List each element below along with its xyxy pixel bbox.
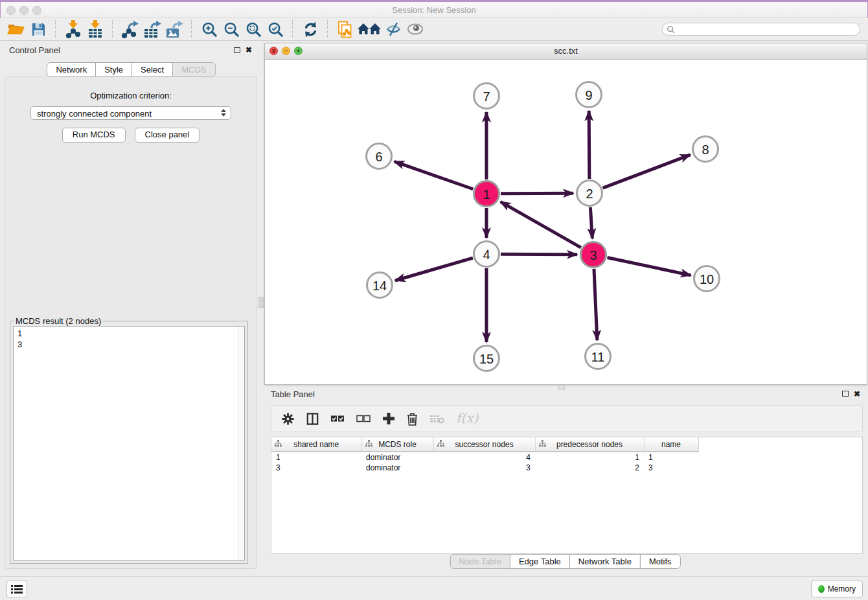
- column-header-shared-name[interactable]: shared name: [271, 437, 361, 452]
- memory-button[interactable]: Memory: [811, 581, 863, 597]
- tab-style[interactable]: Style: [95, 62, 132, 77]
- node-table-body: 1dominator4113dominator323: [271, 452, 698, 473]
- application-window: Session: New Session: [0, 0, 868, 600]
- table-row[interactable]: 1dominator411: [271, 452, 698, 463]
- import-table-icon: [87, 20, 104, 38]
- shared-column-icon: [275, 440, 282, 449]
- table-panel-header: Table Panel ✖: [262, 389, 868, 405]
- zoom-fit-button[interactable]: [242, 19, 264, 40]
- tab-network-table[interactable]: Network Table: [569, 554, 641, 569]
- open-session-button[interactable]: [5, 19, 27, 40]
- float-panel-icon[interactable]: [234, 47, 240, 53]
- toolbar-separator: [191, 20, 192, 38]
- column-header-name[interactable]: name: [644, 437, 698, 452]
- table-row[interactable]: 3dominator323: [271, 463, 698, 473]
- node-label-15: 15: [479, 352, 494, 366]
- edge-1-2[interactable]: [501, 193, 573, 194]
- select-all-button[interactable]: [330, 413, 345, 424]
- refresh-icon: [303, 21, 319, 38]
- refresh-layout-button[interactable]: [299, 19, 321, 40]
- add-row-button[interactable]: [382, 412, 395, 425]
- show-hidden-button[interactable]: [404, 19, 426, 40]
- vertical-splitter-handle[interactable]: [258, 303, 264, 308]
- column-header-predecessor-nodes[interactable]: predecessor nodes: [535, 437, 644, 452]
- edge-1-6[interactable]: [394, 161, 474, 189]
- export-table-icon: [143, 21, 161, 38]
- table-cell[interactable]: 3: [271, 463, 361, 473]
- zoom-in-button[interactable]: [198, 19, 220, 40]
- mcds-panel: Optimization criterion: strongly connect…: [5, 76, 257, 569]
- task-history-button[interactable]: [6, 581, 27, 597]
- float-table-panel-icon[interactable]: [842, 391, 849, 397]
- result-scrollbar[interactable]: [238, 327, 244, 560]
- node-label-11: 11: [591, 350, 605, 364]
- export-image-button[interactable]: [163, 19, 185, 40]
- export-network-button[interactable]: [119, 19, 141, 40]
- zoom-out-button[interactable]: [220, 19, 242, 40]
- control-panel: Control Panel ✖ Network Style Select MCD…: [0, 42, 262, 570]
- edge-3-1[interactable]: [501, 202, 581, 248]
- clone-network-button[interactable]: [334, 19, 356, 40]
- save-session-button[interactable]: [27, 19, 49, 40]
- optimization-criterion-label: Optimization criterion:: [5, 91, 257, 100]
- table-cell[interactable]: 1: [271, 452, 361, 463]
- delete-row-button[interactable]: [406, 412, 418, 426]
- import-network-button[interactable]: [62, 19, 84, 40]
- main-toolbar: [0, 18, 868, 41]
- mcds-result-text: 1 3: [17, 328, 22, 350]
- column-header-successor-nodes[interactable]: successor nodes: [433, 437, 535, 452]
- tab-select[interactable]: Select: [131, 62, 173, 77]
- edge-3-10[interactable]: [608, 258, 691, 275]
- search-input[interactable]: [678, 24, 856, 34]
- network-window-title: scc.txt: [265, 46, 867, 56]
- close-table-panel-icon[interactable]: ✖: [854, 389, 860, 398]
- search-field[interactable]: [662, 23, 860, 36]
- vertical-splitter-handle[interactable]: [258, 297, 264, 302]
- deselect-all-button[interactable]: [356, 413, 371, 424]
- table-cell[interactable]: 3: [433, 463, 535, 473]
- table-panel: Table Panel ✖: [262, 389, 868, 577]
- column-header-mcds-role[interactable]: MCDS role: [361, 437, 433, 452]
- criterion-select[interactable]: strongly connected component: [30, 106, 231, 120]
- criterion-value: strongly connected component: [37, 109, 152, 119]
- home-button[interactable]: [356, 19, 382, 40]
- function-builder-button-disabled: f(x): [456, 410, 478, 426]
- zoom-out-icon: [223, 21, 240, 38]
- table-cell[interactable]: 1: [535, 452, 644, 463]
- table-cell[interactable]: dominator: [361, 463, 433, 473]
- mcds-result-box: MCDS result (2 nodes) 1 3: [10, 321, 248, 564]
- import-table-button[interactable]: [84, 19, 106, 40]
- edge-4-14[interactable]: [395, 258, 473, 281]
- tab-motifs[interactable]: Motifs: [640, 554, 681, 569]
- table-cell[interactable]: 4: [433, 452, 535, 463]
- hide-selected-button[interactable]: [382, 19, 404, 40]
- node-label-8: 8: [702, 143, 709, 157]
- table-settings-button[interactable]: [281, 412, 295, 426]
- table-cell[interactable]: dominator: [361, 452, 433, 463]
- mcds-result-area[interactable]: 1 3: [13, 326, 245, 560]
- edge-2-8[interactable]: [603, 155, 691, 188]
- tab-node-table[interactable]: Node Table: [450, 554, 510, 569]
- edge-4-3[interactable]: [501, 254, 577, 255]
- run-mcds-button[interactable]: Run MCDS: [62, 128, 126, 143]
- table-cell[interactable]: 1: [644, 452, 698, 463]
- edge-3-11[interactable]: [594, 269, 597, 340]
- network-window-titlebar[interactable]: x – + scc.txt: [265, 43, 867, 60]
- tab-network[interactable]: Network: [47, 62, 96, 77]
- table-cell[interactable]: 2: [535, 463, 644, 473]
- zoom-selected-button[interactable]: [264, 19, 286, 40]
- tab-edge-table[interactable]: Edge Table: [510, 554, 570, 569]
- close-panel-icon[interactable]: ✖: [246, 45, 252, 54]
- search-icon: [667, 25, 675, 34]
- tab-mcds[interactable]: MCDS: [172, 62, 215, 77]
- export-table-button[interactable]: [141, 19, 163, 40]
- close-panel-button[interactable]: Close panel: [135, 128, 200, 143]
- edge-2-9[interactable]: [589, 111, 589, 179]
- status-bar: Memory: [0, 576, 868, 600]
- select-arrows-icon: [221, 109, 226, 117]
- table-cell[interactable]: 3: [644, 463, 698, 473]
- node-label-2: 2: [586, 187, 593, 201]
- edge-2-3[interactable]: [590, 207, 592, 238]
- network-canvas[interactable]: 7968124314101511: [265, 60, 867, 384]
- toggle-columns-button[interactable]: [306, 412, 319, 426]
